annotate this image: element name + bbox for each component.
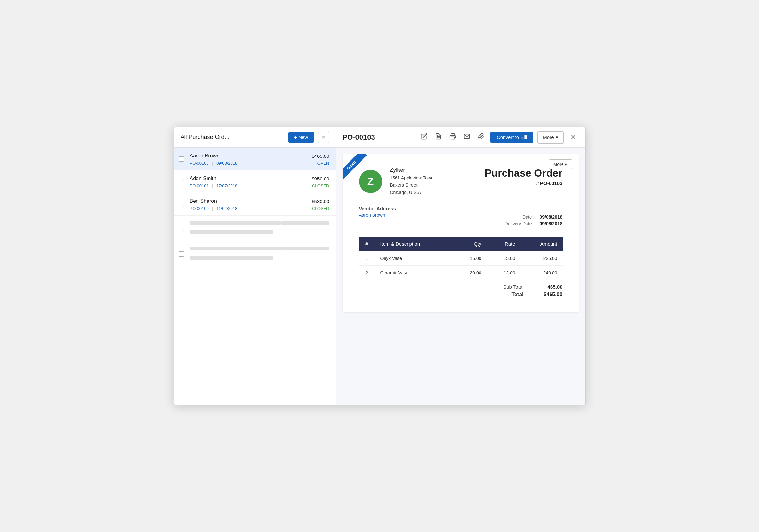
po-card: Open More ▾ Z Zylker 1561 Appleview Town… — [343, 154, 579, 312]
vendor-address-section: Vendor Address Aaron Brown — [359, 206, 430, 228]
list-item-checkbox[interactable] — [179, 157, 184, 162]
delivery-date-row: Delivery Date : 09/08/2018 — [505, 221, 563, 226]
item-rate: 12.00 — [486, 266, 520, 280]
skeleton-line — [190, 247, 281, 250]
list-item-date: 11/04/2018 — [216, 206, 237, 211]
skeleton-line — [190, 230, 274, 234]
vendor-address-section-label: Vendor Address — [359, 206, 430, 211]
main-content: Aaron Brown $465.00 PO-00103 | 09/08/201… — [174, 148, 585, 405]
list-title: All Purchase Ord... — [180, 134, 285, 141]
item-amount: 240.00 — [520, 266, 563, 280]
top-bar-left: All Purchase Ord... + New ≡ — [174, 127, 336, 147]
separator: | — [212, 183, 213, 188]
vendor-address-line3: Chicago, U.S.A — [390, 189, 485, 196]
item-num: 2 — [359, 266, 375, 280]
po-number-heading: PO-00103 — [343, 133, 415, 141]
pdf-button[interactable] — [433, 131, 444, 143]
divider — [359, 221, 430, 221]
vendor-address-link[interactable]: Aaron Brown — [359, 212, 430, 218]
skeleton-line — [281, 247, 329, 250]
middle-row: Vendor Address Aaron Brown Date : 09/08/… — [359, 203, 563, 231]
col-header-item: Item & Description — [375, 237, 453, 251]
attach-icon — [478, 133, 484, 140]
subtotal-label: Sub Total — [491, 284, 524, 290]
list-item-date: 09/08/2018 — [216, 161, 237, 166]
table-row: 1 Onyx Vase 15.00 15.00 225.00 — [359, 251, 563, 266]
col-header-rate: Rate — [486, 237, 520, 251]
pdf-icon — [435, 133, 442, 140]
app-window: All Purchase Ord... + New ≡ PO-00103 — [174, 127, 585, 405]
delivery-date-label: Delivery Date : — [505, 221, 535, 226]
status-badge: CLOSED — [312, 183, 329, 188]
item-description: Ceramic Vase — [375, 266, 453, 280]
purchase-order-list: Aaron Brown $465.00 PO-00103 | 09/08/201… — [174, 148, 336, 405]
list-item-po: PO-00101 — [190, 183, 209, 188]
skeleton-checkbox — [179, 226, 184, 231]
menu-button[interactable]: ≡ — [318, 132, 329, 143]
table-row: 2 Ceramic Vase 20.00 12.00 240.00 — [359, 266, 563, 280]
more-dropdown-button[interactable]: More ▾ — [537, 131, 564, 143]
close-button[interactable]: ✕ — [568, 132, 579, 143]
chevron-down-icon: ▾ — [556, 134, 558, 140]
dates-block: Date : 09/08/2018 Delivery Date : 09/08/… — [505, 214, 563, 227]
list-item-amount: $950.00 — [312, 176, 329, 181]
vendor-name: Zylker — [390, 167, 485, 173]
vendor-info: Zylker 1561 Appleview Town, Bakers Stree… — [390, 167, 485, 196]
date-value: 09/08/2018 — [539, 214, 562, 220]
skeleton-checkbox — [179, 251, 184, 257]
more-label: More — [543, 134, 554, 140]
list-item-meta: PO-00103 | 09/08/2018 — [190, 161, 238, 166]
card-more-button[interactable]: More ▾ — [548, 159, 572, 169]
col-header-num: # — [359, 237, 375, 251]
attach-button[interactable] — [476, 131, 486, 143]
total-value: $465.00 — [537, 291, 563, 297]
item-rate: 15.00 — [486, 251, 520, 266]
list-item[interactable]: Aaron Brown $465.00 PO-00103 | 09/08/201… — [174, 148, 336, 171]
email-button[interactable] — [462, 131, 472, 143]
list-item[interactable]: Ben Sharon $580.00 PO-00100 | 11/04/2018… — [174, 193, 336, 216]
convert-to-bill-button[interactable]: Convert to Bill — [490, 132, 533, 143]
items-table: # Item & Description Qty Rate Amount 1 O… — [359, 237, 563, 280]
list-item-meta: PO-00101 | 17/07/2018 — [190, 183, 238, 188]
list-item-date: 17/07/2018 — [216, 183, 237, 188]
list-item-po: PO-00100 — [190, 206, 209, 211]
top-bar: All Purchase Ord... + New ≡ PO-00103 — [174, 127, 585, 148]
new-button[interactable]: + New — [288, 132, 314, 142]
po-header-row: Z Zylker 1561 Appleview Town, Bakers Str… — [359, 167, 563, 196]
delivery-date-value: 09/08/2018 — [539, 221, 562, 226]
po-ref-label: # PO-00103 — [536, 180, 563, 186]
date-label: Date : — [522, 214, 534, 220]
subtotal-value: 465.00 — [537, 284, 563, 290]
edit-icon — [421, 133, 427, 140]
list-item-checkbox[interactable] — [179, 202, 184, 207]
item-amount: 225.00 — [520, 251, 563, 266]
list-item-checkbox[interactable] — [179, 179, 184, 184]
list-item[interactable]: Aden Smith $950.00 PO-00101 | 17/07/2018… — [174, 171, 336, 193]
date-row: Date : 09/08/2018 — [522, 214, 562, 220]
ribbon-label: Open — [343, 154, 367, 180]
list-item-name: Aaron Brown — [190, 153, 220, 159]
col-header-amount: Amount — [520, 237, 563, 251]
subtotal-row: Sub Total 465.00 — [491, 284, 563, 290]
total-row: Total $465.00 — [491, 291, 563, 297]
vendor-address-line1: 1561 Appleview Town, — [390, 174, 485, 181]
vendor-address: 1561 Appleview Town, Bakers Street, Chic… — [390, 174, 485, 196]
status-ribbon: Open — [343, 154, 372, 183]
total-label: Total — [491, 291, 524, 297]
totals-block: Sub Total 465.00 Total $465.00 — [359, 284, 563, 299]
list-item-name: Ben Sharon — [190, 198, 217, 204]
skeleton-line — [190, 221, 281, 225]
svg-rect-2 — [451, 137, 454, 139]
edit-button[interactable] — [419, 131, 429, 143]
table-header-row: # Item & Description Qty Rate Amount — [359, 237, 563, 251]
separator: | — [212, 161, 213, 166]
vendor-address-line2: Bakers Street, — [390, 181, 485, 189]
list-item-name: Aden Smith — [190, 175, 217, 181]
separator: | — [212, 206, 213, 211]
divider — [359, 224, 411, 225]
po-number-ref: # PO-00103 — [484, 180, 562, 186]
item-qty: 20.00 — [453, 266, 486, 280]
list-item-amount: $465.00 — [312, 153, 329, 159]
item-num: 1 — [359, 251, 375, 266]
print-button[interactable] — [447, 131, 458, 143]
